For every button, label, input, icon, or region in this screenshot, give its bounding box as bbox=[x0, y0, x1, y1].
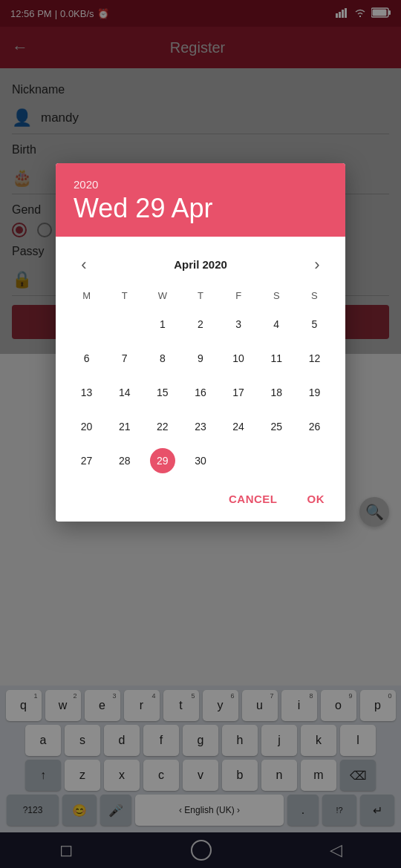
calendar-day-26[interactable]: 26 bbox=[296, 410, 333, 444]
day-header-W: W bbox=[143, 287, 181, 307]
calendar-day-2[interactable]: 2 bbox=[181, 307, 219, 341]
calendar-day-13[interactable]: 13 bbox=[68, 375, 105, 410]
calendar-week-2: 13141516171819 bbox=[68, 375, 333, 410]
calendar-day-20[interactable]: 20 bbox=[68, 410, 105, 444]
calendar-day-29[interactable]: 29 bbox=[143, 444, 181, 478]
calendar-empty bbox=[68, 307, 105, 341]
dialog-header: 2020 Wed 29 Apr bbox=[56, 163, 345, 237]
calendar-grid: M T W T F S S 12345678910111213141516171… bbox=[68, 287, 333, 478]
date-picker-dialog: 2020 Wed 29 Apr ‹ April 2020 › M T W T F… bbox=[56, 163, 345, 522]
calendar-day-25[interactable]: 25 bbox=[258, 410, 296, 444]
day-header-M: M bbox=[68, 287, 105, 307]
dialog-body: ‹ April 2020 › M T W T F S S 12345678910… bbox=[56, 237, 345, 478]
next-month-button[interactable]: › bbox=[304, 251, 330, 278]
calendar-day-10[interactable]: 10 bbox=[220, 341, 258, 375]
calendar-week-3: 20212223242526 bbox=[68, 410, 333, 444]
day-header-S2: S bbox=[296, 287, 333, 307]
calendar-day-28[interactable]: 28 bbox=[105, 444, 143, 478]
month-year-label: April 2020 bbox=[174, 258, 227, 271]
calendar-day-18[interactable]: 18 bbox=[258, 375, 296, 410]
calendar-day-27[interactable]: 27 bbox=[68, 444, 105, 478]
calendar-day-21[interactable]: 21 bbox=[105, 410, 143, 444]
cancel-button[interactable]: CANCEL bbox=[220, 487, 287, 511]
calendar-day-14[interactable]: 14 bbox=[105, 375, 143, 410]
dialog-year: 2020 bbox=[74, 178, 327, 191]
day-header-row: M T W T F S S bbox=[68, 287, 333, 307]
calendar-day-15[interactable]: 15 bbox=[143, 375, 181, 410]
day-header-S1: S bbox=[258, 287, 296, 307]
dialog-date-display: Wed 29 Apr bbox=[74, 194, 327, 223]
day-header-T1: T bbox=[105, 287, 143, 307]
calendar-day-6[interactable]: 6 bbox=[68, 341, 105, 375]
calendar-empty bbox=[105, 307, 143, 341]
dialog-actions: CANCEL OK bbox=[56, 478, 345, 522]
calendar-day-7[interactable]: 7 bbox=[105, 341, 143, 375]
calendar-day-30[interactable]: 30 bbox=[181, 444, 219, 478]
calendar-day-17[interactable]: 17 bbox=[220, 375, 258, 410]
calendar-day-5[interactable]: 5 bbox=[296, 307, 333, 341]
calendar-week-0: 12345 bbox=[68, 307, 333, 341]
calendar-day-9[interactable]: 9 bbox=[181, 341, 219, 375]
calendar-day-1[interactable]: 1 bbox=[143, 307, 181, 341]
calendar-day-8[interactable]: 8 bbox=[143, 341, 181, 375]
calendar-day-12[interactable]: 12 bbox=[296, 341, 333, 375]
calendar-day-4[interactable]: 4 bbox=[258, 307, 296, 341]
day-header-F: F bbox=[220, 287, 258, 307]
ok-button[interactable]: OK bbox=[299, 487, 334, 511]
calendar-day-24[interactable]: 24 bbox=[220, 410, 258, 444]
prev-month-button[interactable]: ‹ bbox=[71, 251, 97, 278]
month-nav: ‹ April 2020 › bbox=[68, 243, 333, 287]
calendar-empty bbox=[258, 444, 296, 478]
calendar-day-11[interactable]: 11 bbox=[258, 341, 296, 375]
calendar-week-1: 6789101112 bbox=[68, 341, 333, 375]
calendar-week-4: 27282930 bbox=[68, 444, 333, 478]
calendar-body: 1234567891011121314151617181920212223242… bbox=[68, 307, 333, 478]
calendar-empty bbox=[220, 444, 258, 478]
calendar-day-3[interactable]: 3 bbox=[220, 307, 258, 341]
calendar-day-16[interactable]: 16 bbox=[181, 375, 219, 410]
calendar-empty bbox=[296, 444, 333, 478]
calendar-day-19[interactable]: 19 bbox=[296, 375, 333, 410]
calendar-day-23[interactable]: 23 bbox=[181, 410, 219, 444]
day-header-T2: T bbox=[181, 287, 219, 307]
calendar-day-22[interactable]: 22 bbox=[143, 410, 181, 444]
